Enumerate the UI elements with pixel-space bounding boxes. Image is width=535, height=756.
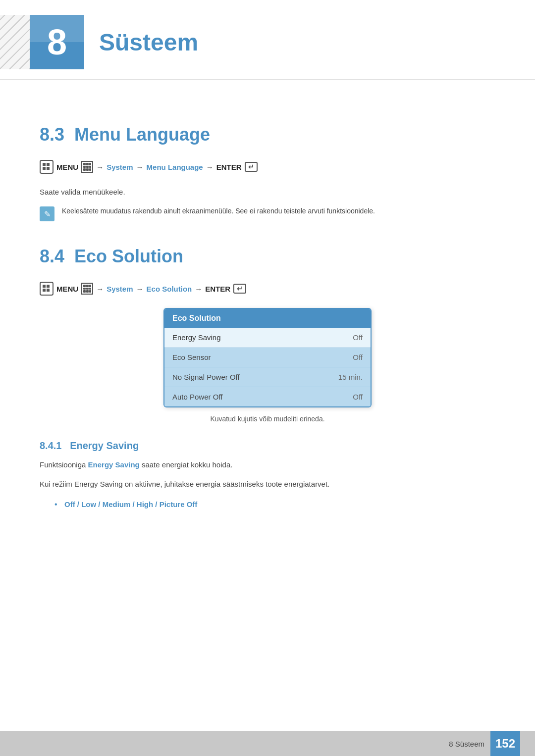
nav-path-8-4: MENU → System → Eco Solution → ENTER ↵ xyxy=(40,282,495,296)
section-4-title: Eco Solution xyxy=(74,246,183,267)
nav-arrow-6: → xyxy=(195,285,202,293)
svg-rect-5 xyxy=(47,285,50,288)
nav-menu-label: MENU xyxy=(56,163,78,171)
energy-saving-link: Energy Saving xyxy=(88,460,140,469)
page-footer: 8 Süsteem 152 xyxy=(0,731,535,756)
subsection-body-1: Funktsiooniga Energy Saving saate energi… xyxy=(40,459,495,471)
eco-row-no-signal[interactable]: No Signal Power Off 15 min. xyxy=(164,367,371,387)
eco-dialog-title: Eco Solution xyxy=(164,309,371,328)
nav-arrow-4: → xyxy=(96,285,104,293)
svg-rect-4 xyxy=(43,285,46,288)
footer-chapter-text: 8 Süsteem xyxy=(449,740,484,748)
nav-menu-label-2: MENU xyxy=(56,285,78,293)
nav-arrow-5: → xyxy=(136,285,144,293)
nav-arrow-2: → xyxy=(136,163,144,171)
eco-row-value-3: Off xyxy=(353,393,363,401)
section-3-title: Menu Language xyxy=(74,124,210,145)
nav-enter-label-2: ENTER xyxy=(205,285,230,293)
menu-icon xyxy=(40,160,54,174)
nav-enter-label-1: ENTER xyxy=(216,163,242,171)
subsection-heading-841: 8.4.1 Energy Saving xyxy=(40,440,495,452)
section-4-heading: 8.4 Eco Solution xyxy=(40,246,495,267)
svg-rect-2 xyxy=(43,167,46,170)
nav-item-2: Eco Solution xyxy=(147,285,192,293)
eco-row-label-0: Energy Saving xyxy=(172,333,221,342)
nav-grid-icon-2 xyxy=(81,283,93,295)
nav-grid-icon xyxy=(81,161,93,173)
enter-icon-1: ↵ xyxy=(245,162,258,172)
list-item-options: Off / Low / Medium / High / Picture Off xyxy=(54,498,495,511)
eco-row-label-3: Auto Power Off xyxy=(172,393,222,401)
eco-row-value-2: 15 min. xyxy=(338,373,363,381)
nav-path-8-3: MENU → System → Menu Language → ENTER ↵ xyxy=(40,160,495,174)
enter-icon-2: ↵ xyxy=(233,284,246,294)
eco-row-label-1: Eco Sensor xyxy=(172,353,211,361)
eco-solution-dialog: Eco Solution Energy Saving Off Eco Senso… xyxy=(163,308,372,407)
nav-system-2: System xyxy=(107,285,133,293)
section-4-number: 8.4 xyxy=(40,246,64,267)
eco-row-label-2: No Signal Power Off xyxy=(172,373,240,381)
svg-rect-1 xyxy=(47,163,50,166)
subsection-body-1-suffix: saate energiat kokku hoida. xyxy=(140,460,233,469)
options-label: Off / Low / Medium / High / Picture Off xyxy=(64,500,197,508)
chapter-number-block: 8 xyxy=(30,15,84,69)
svg-rect-3 xyxy=(47,167,50,170)
chapter-title: Süsteem xyxy=(99,29,198,56)
chapter-number: 8 xyxy=(47,24,67,60)
section-3-number: 8.3 xyxy=(40,124,64,145)
nav-arrow-3: → xyxy=(206,163,214,171)
subsection-number-841: 8.4.1 xyxy=(40,440,61,451)
main-content: 8.3 Menu Language MENU → System → Menu L… xyxy=(0,80,535,555)
dialog-caption: Kuvatud kujutis võib mudeliti erineda. xyxy=(40,415,495,423)
section-3-body: Saate valida menüükeele. xyxy=(40,186,495,198)
note-text-1: Keelesätete muudatus rakendub ainult ekr… xyxy=(62,205,375,216)
eco-row-value-0: Off xyxy=(353,333,363,342)
eco-row-value-1: Off xyxy=(353,353,363,361)
nav-system-1: System xyxy=(107,163,133,171)
decorative-lines xyxy=(0,15,30,69)
subsection-body-1-prefix: Funktsiooniga xyxy=(40,460,88,469)
svg-rect-7 xyxy=(47,289,50,292)
energy-saving-options-list: Off / Low / Medium / High / Picture Off xyxy=(54,498,495,511)
menu-icon-2 xyxy=(40,282,54,296)
footer-page-number: 152 xyxy=(490,731,520,756)
svg-rect-6 xyxy=(43,289,46,292)
chapter-header: 8 Süsteem xyxy=(0,0,535,80)
note-icon-1 xyxy=(40,206,54,221)
note-box-1: Keelesätete muudatus rakendub ainult ekr… xyxy=(40,205,495,221)
subsection-title-841: Energy Saving xyxy=(70,440,139,451)
eco-row-eco-sensor[interactable]: Eco Sensor Off xyxy=(164,348,371,367)
subsection-body-2: Kui režiim Energy Saving on aktiivne, ju… xyxy=(40,478,495,490)
svg-rect-0 xyxy=(43,163,46,166)
eco-row-auto-power[interactable]: Auto Power Off Off xyxy=(164,387,371,406)
eco-row-energy-saving[interactable]: Energy Saving Off xyxy=(164,328,371,348)
section-3-heading: 8.3 Menu Language xyxy=(40,124,495,145)
nav-item-1: Menu Language xyxy=(147,163,203,171)
nav-arrow-1: → xyxy=(96,163,104,171)
